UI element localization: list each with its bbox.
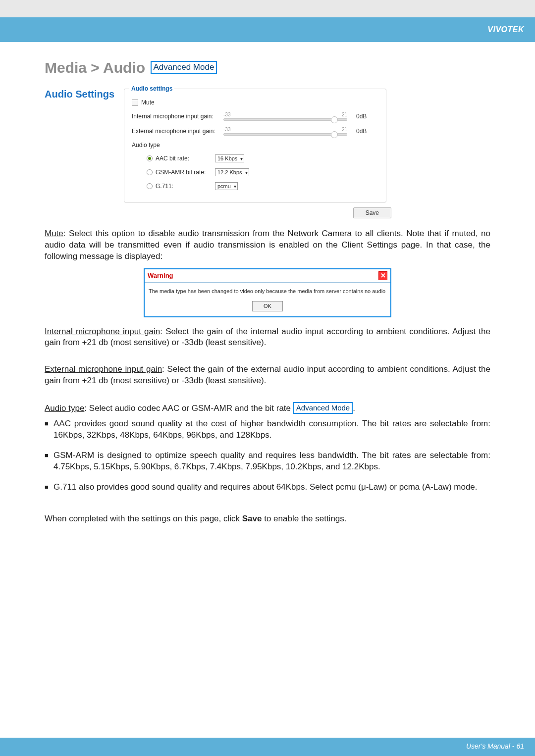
internal-mic-gain-slider[interactable] [223, 118, 347, 121]
breadcrumb: Media > Audio [45, 59, 145, 76]
gsm-amr-radio[interactable] [147, 169, 153, 175]
mute-label: Mute [141, 99, 155, 106]
bullet-g711: G.711 also provides good sound quality a… [45, 482, 490, 493]
slider-min: -33 [223, 127, 230, 132]
panel-legend: Audio settings [129, 85, 174, 92]
aac-label: AAC bit rate: [156, 155, 215, 162]
warning-dialog: Warning ✕ The media type has been change… [144, 268, 391, 317]
section-title-audio-settings: Audio Settings [45, 89, 119, 100]
slider-max: 21 [342, 112, 347, 117]
gsm-bitrate-value: 12.2 Kbps [217, 169, 242, 175]
mute-checkbox[interactable] [132, 100, 138, 106]
footer-text: User's Manual - 61 [466, 742, 524, 750]
dialog-ok-button[interactable]: OK [252, 301, 283, 311]
bullet-aac: AAC provides good sound quality at the c… [45, 418, 490, 441]
external-mic-gain-label: External microphone input gain: [132, 128, 223, 135]
chevron-down-icon: ▾ [234, 184, 236, 189]
gsm-amr-label: GSM-AMR bit rate: [156, 169, 215, 176]
slider-min: -33 [223, 112, 230, 117]
bullet-gsm: GSM-ARM is designed to optimize speech q… [45, 450, 490, 473]
audio-type-description: Audio type: Select audio codec AAC or GS… [45, 402, 490, 414]
internal-mic-gain-value: 0dB [356, 113, 367, 120]
chevron-down-icon: ▾ [245, 170, 248, 175]
g711-select[interactable]: pcmu ▾ [215, 182, 238, 190]
aac-bitrate-select[interactable]: 16 Kbps ▾ [215, 154, 244, 162]
slider-thumb[interactable] [331, 131, 338, 138]
slider-max: 21 [342, 127, 347, 132]
internal-mic-gain-label: Internal microphone input gain: [132, 113, 223, 120]
slider-thumb[interactable] [331, 116, 338, 123]
audio-type-bullets: AAC provides good sound quality at the c… [45, 418, 490, 493]
footer-bar: User's Manual - 61 [0, 729, 535, 756]
dialog-message: The media type has been changed to video… [148, 285, 387, 301]
internal-gain-description: Internal microphone input gain: Select t… [45, 326, 490, 349]
aac-radio[interactable] [147, 155, 153, 161]
brand-logo: VIVOTEK [487, 25, 524, 34]
dialog-title: Warning [148, 271, 173, 280]
external-mic-gain-value: 0dB [356, 128, 367, 135]
g711-label: G.711: [156, 183, 215, 190]
g711-value: pcmu [217, 183, 231, 189]
closing-text: When completed with the settings on this… [45, 513, 490, 525]
chevron-down-icon: ▾ [240, 156, 243, 161]
advanced-mode-badge: Advanced Mode [151, 61, 217, 74]
header-bar: VIVOTEK [0, 17, 535, 42]
mute-description: Mute: Select this option to disable audi… [45, 228, 490, 262]
page-margin-top [0, 0, 535, 17]
audio-type-label: Audio type [132, 142, 160, 149]
save-button[interactable]: Save [353, 207, 391, 218]
external-mic-gain-slider[interactable] [223, 133, 347, 136]
g711-radio[interactable] [147, 183, 153, 189]
aac-bitrate-value: 16 Kbps [217, 155, 237, 161]
advanced-mode-badge-inline: Advanced Mode [293, 402, 353, 414]
external-gain-description: External microphone input gain: Select t… [45, 364, 490, 387]
gsm-bitrate-select[interactable]: 12.2 Kbps ▾ [215, 168, 249, 176]
audio-settings-panel: Audio settings Mute Internal microphone … [124, 89, 386, 202]
close-icon[interactable]: ✕ [378, 271, 387, 280]
